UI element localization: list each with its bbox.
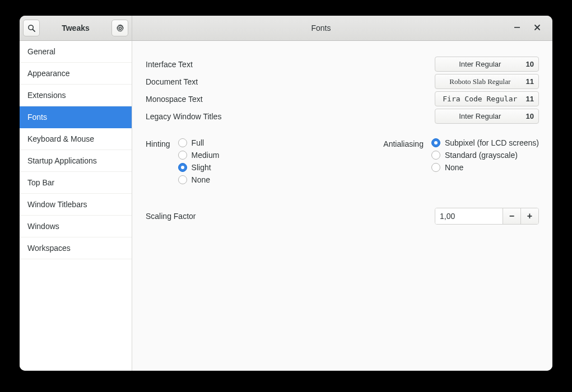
radio-label: Slight xyxy=(192,163,211,172)
svg-line-1 xyxy=(32,29,35,31)
radio-option[interactable]: Medium xyxy=(178,151,220,160)
radio-option[interactable]: None xyxy=(178,175,220,184)
page-title: Fonts xyxy=(136,24,506,32)
radio-label: Full xyxy=(192,138,204,147)
menu-button[interactable] xyxy=(111,20,128,36)
antialiasing-label: Antialiasing xyxy=(383,138,424,148)
sidebar-item-label: Startup Applications xyxy=(27,156,97,165)
font-row: Monospace TextFira Code Regular11 xyxy=(146,90,539,108)
svg-rect-2 xyxy=(514,27,520,28)
radio-button[interactable] xyxy=(431,163,440,172)
sidebar-item-label: Keyboard & Mouse xyxy=(27,134,94,143)
radio-option[interactable]: None xyxy=(431,163,539,172)
font-name: Inter Regular xyxy=(440,112,520,120)
antialiasing-group: Antialiasing Subpixel (for LCD screens)S… xyxy=(383,138,539,184)
font-row: Interface TextInter Regular10 xyxy=(146,55,539,73)
antialiasing-options: Subpixel (for LCD screens)Standard (gray… xyxy=(431,138,539,172)
body: GeneralAppearanceExtensionsFontsKeyboard… xyxy=(20,41,552,371)
sidebar-item-keyboard-mouse[interactable]: Keyboard & Mouse xyxy=(20,128,132,150)
hinting-label: Hinting xyxy=(146,138,170,148)
sidebar-item-label: Workspaces xyxy=(27,244,71,253)
radio-label: Medium xyxy=(192,151,220,160)
radio-button[interactable] xyxy=(178,151,187,160)
sidebar-title: Tweaks xyxy=(43,24,108,32)
minimize-button[interactable] xyxy=(512,23,522,33)
sidebar-item-label: General xyxy=(27,47,55,56)
scaling-row: Scaling Factor − + xyxy=(146,208,539,225)
radio-section: Hinting FullMediumSlightNone Antialiasin… xyxy=(146,138,539,184)
font-chooser-button[interactable]: Fira Code Regular11 xyxy=(435,91,539,106)
sidebar-item-window-titlebars[interactable]: Window Titlebars xyxy=(20,194,132,216)
radio-button[interactable] xyxy=(178,138,187,147)
radio-option[interactable]: Slight xyxy=(178,163,220,172)
font-chooser-button[interactable]: Roboto Slab Regular11 xyxy=(435,74,539,89)
scaling-decrease-button[interactable]: − xyxy=(503,208,520,224)
plus-icon: + xyxy=(527,211,532,221)
font-row-label: Monospace Text xyxy=(146,95,203,104)
radio-button[interactable] xyxy=(431,138,440,147)
radio-option[interactable]: Standard (grayscale) xyxy=(431,151,539,160)
font-settings: Interface TextInter Regular10Document Te… xyxy=(146,55,539,125)
font-chooser-button[interactable]: Inter Regular10 xyxy=(435,109,539,124)
radio-option[interactable]: Full xyxy=(178,138,220,147)
font-size: 11 xyxy=(526,95,534,103)
font-name: Roboto Slab Regular xyxy=(440,77,520,86)
font-row-label: Legacy Window Titles xyxy=(146,112,221,121)
scaling-spinbutton: − + xyxy=(435,208,539,225)
sidebar-item-label: Window Titlebars xyxy=(27,200,87,209)
sidebar-item-top-bar[interactable]: Top Bar xyxy=(20,172,132,194)
font-row: Legacy Window TitlesInter Regular10 xyxy=(146,108,539,125)
radio-button[interactable] xyxy=(178,163,187,172)
close-button[interactable] xyxy=(532,23,542,33)
sidebar-item-workspaces[interactable]: Workspaces xyxy=(20,237,132,259)
font-size: 11 xyxy=(526,77,534,86)
radio-label: Standard (grayscale) xyxy=(445,151,518,160)
sidebar-item-label: Extensions xyxy=(27,91,66,100)
content: Interface TextInter Regular10Document Te… xyxy=(132,41,552,371)
font-size: 10 xyxy=(526,112,534,120)
hinting-group: Hinting FullMediumSlightNone xyxy=(146,138,219,184)
sidebar-item-extensions[interactable]: Extensions xyxy=(20,85,132,106)
sidebar-item-label: Appearance xyxy=(27,69,70,78)
window-controls xyxy=(506,23,549,33)
titlebar-right: Fonts xyxy=(132,16,552,40)
radio-label: None xyxy=(192,175,210,184)
sidebar-item-label: Top Bar xyxy=(27,178,54,187)
titlebar: Tweaks Fonts xyxy=(20,16,552,41)
search-button[interactable] xyxy=(23,20,40,36)
gear-icon xyxy=(116,24,124,32)
radio-button[interactable] xyxy=(431,151,440,160)
radio-label: None xyxy=(445,163,463,172)
close-icon xyxy=(534,24,541,32)
minimize-icon xyxy=(514,24,520,32)
font-size: 10 xyxy=(526,60,534,68)
sidebar-item-windows[interactable]: Windows xyxy=(20,216,132,237)
hinting-options: FullMediumSlightNone xyxy=(178,138,220,184)
radio-button[interactable] xyxy=(178,175,187,184)
radio-option[interactable]: Subpixel (for LCD screens) xyxy=(431,138,539,147)
scaling-increase-button[interactable]: + xyxy=(520,208,538,224)
sidebar-item-label: Fonts xyxy=(27,113,47,122)
sidebar-item-startup-applications[interactable]: Startup Applications xyxy=(20,150,132,172)
scaling-input[interactable] xyxy=(435,208,503,224)
sidebar-item-general[interactable]: General xyxy=(20,41,132,63)
scaling-label: Scaling Factor xyxy=(146,212,196,221)
font-row-label: Interface Text xyxy=(146,60,193,69)
font-row-label: Document Text xyxy=(146,77,198,86)
font-row: Document TextRoboto Slab Regular11 xyxy=(146,73,539,90)
app-window: Tweaks Fonts xyxy=(20,16,552,371)
minus-icon: − xyxy=(509,211,514,221)
sidebar-item-appearance[interactable]: Appearance xyxy=(20,63,132,85)
sidebar-item-label: Windows xyxy=(27,222,59,231)
sidebar: GeneralAppearanceExtensionsFontsKeyboard… xyxy=(20,41,132,371)
titlebar-left: Tweaks xyxy=(20,16,132,40)
sidebar-item-fonts[interactable]: Fonts xyxy=(20,106,132,128)
font-name: Inter Regular xyxy=(440,60,520,68)
search-icon xyxy=(27,24,36,32)
font-chooser-button[interactable]: Inter Regular10 xyxy=(435,57,539,72)
radio-label: Subpixel (for LCD screens) xyxy=(445,138,539,147)
font-name: Fira Code Regular xyxy=(440,95,520,103)
